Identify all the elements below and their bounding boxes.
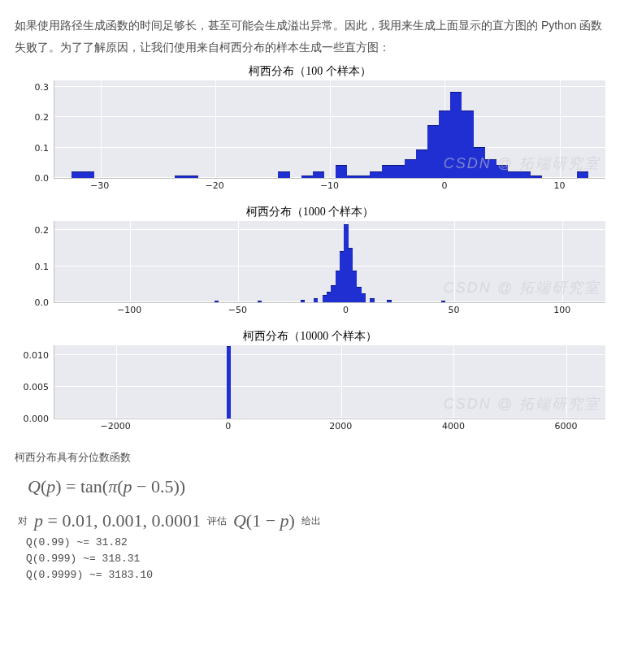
chart-title: 柯西分布（100 个样本） [15,64,605,79]
p-suffix: 给出 [301,514,321,528]
chart-title: 柯西分布（1000 个样本） [15,205,605,219]
watermark: CSDN @ 拓端研究室 [444,278,600,297]
formula-Q: Q(p) = tan(π(p − 0.5)) [28,476,605,497]
p-mid: 评估 [207,514,227,528]
quantile-heading: 柯西分布具有分位数函数 [15,450,605,465]
charts-figure: 柯西分布（100 个样本）0.00.10.20.3CSDN @ 拓端研究室−30… [15,64,605,434]
chart-1: 柯西分布（100 个样本）0.00.10.20.3CSDN @ 拓端研究室−30… [15,64,605,193]
chart-title: 柯西分布（10000 个样本） [15,329,605,344]
chart-3: 柯西分布（10000 个样本）0.0000.0050.010CSDN @ 拓端研… [15,329,605,434]
p-prefix: 对 [18,514,28,528]
intro-paragraph: 如果使用路径生成函数的时间足够长，甚至可能会生成溢出异常。因此，我用来生成上面显… [15,15,605,58]
q-values: Q(0.99) ~= 31.82Q(0.999) ~= 318.31Q(0.99… [26,535,605,583]
formula-p-row: 对 p = 0.01, 0.001, 0.0001 评估 Q(1 − p) 给出 [15,510,605,531]
chart-2: 柯西分布（1000 个样本）0.00.10.2CSDN @ 拓端研究室−100−… [15,205,605,318]
watermark: CSDN @ 拓端研究室 [444,394,600,414]
